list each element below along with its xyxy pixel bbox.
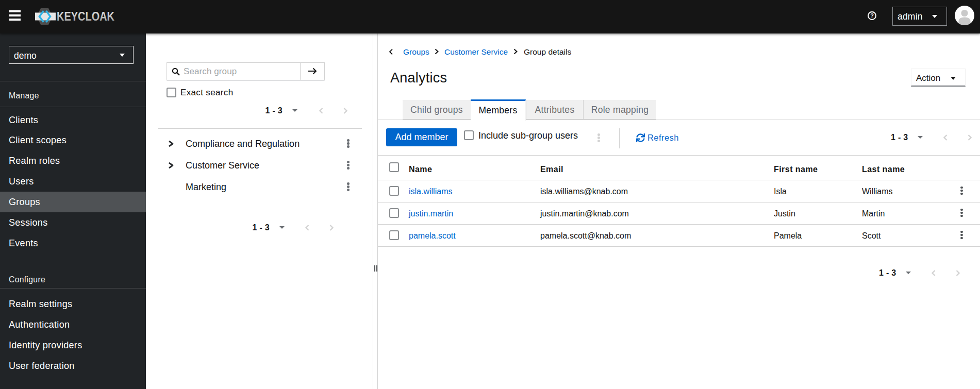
svg-text:KEYCLOAK: KEYCLOAK — [57, 10, 114, 23]
